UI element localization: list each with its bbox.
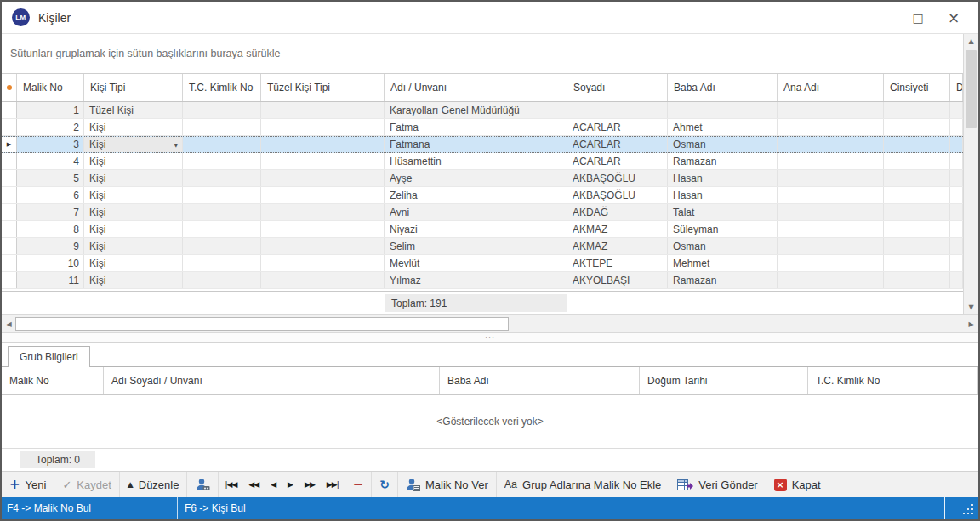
column-header-tuzel-kisi-tipi[interactable]: Tüzel Kişi Tipi: [261, 74, 385, 101]
cell-kisi-tipi[interactable]: Kişi: [84, 272, 183, 288]
table-row[interactable]: 8KişiNiyaziAKMAZSüleyman: [2, 221, 963, 238]
cell-dogum-tarihi[interactable]: [950, 137, 963, 152]
cell-malik-no[interactable]: 6: [17, 187, 84, 203]
detail-column-header-tc-kimlik-no[interactable]: T.C. Kimlik No: [808, 367, 978, 394]
cell-baba-adi[interactable]: Talat: [668, 204, 778, 220]
cell-tuzel-kisi-tipi[interactable]: [261, 119, 385, 135]
nav-prev-button[interactable]: ◀: [265, 472, 282, 497]
cell-dogum-tarihi[interactable]: [950, 255, 963, 271]
cell-malik-no[interactable]: 11: [17, 272, 84, 288]
cell-adi-unvani[interactable]: Zeliha: [385, 187, 567, 203]
cell-malik-no[interactable]: 2: [17, 119, 84, 135]
scroll-left-icon[interactable]: ◀: [2, 315, 16, 332]
table-row[interactable]: 11KişiYılmazAKYOLBAŞIRamazan: [2, 272, 963, 289]
cell-dogum-tarihi[interactable]: [950, 272, 963, 288]
cell-baba-adi[interactable]: Ramazan: [668, 272, 778, 288]
cell-ana-adi[interactable]: [778, 238, 884, 254]
cell-adi-unvani[interactable]: Niyazi: [385, 221, 567, 237]
column-header-tc-kimlik-no[interactable]: T.C. Kimlik No: [183, 74, 261, 101]
cell-tuzel-kisi-tipi[interactable]: [261, 255, 385, 271]
cell-baba-adi[interactable]: Hasan: [668, 187, 778, 203]
malik-no-ver-button[interactable]: Malik No Ver: [398, 472, 497, 497]
nav-first-button[interactable]: |◀◀: [219, 472, 242, 497]
cell-kisi-tipi[interactable]: Kişi: [84, 204, 183, 220]
kapat-button[interactable]: × Kapat: [766, 472, 829, 497]
cell-soyadi[interactable]: AKMAZ: [567, 221, 668, 237]
cell-tc-kimlik-no[interactable]: [183, 102, 261, 118]
cell-ana-adi[interactable]: [778, 187, 884, 203]
cell-adi-unvani[interactable]: Mevlüt: [385, 255, 567, 271]
cell-baba-adi[interactable]: Osman: [668, 137, 778, 152]
cell-tc-kimlik-no[interactable]: [183, 137, 261, 152]
cell-kisi-tipi[interactable]: Kişi▼: [84, 137, 183, 152]
cell-malik-no[interactable]: 8: [17, 221, 84, 237]
detail-column-header-dogum-tarihi[interactable]: Doğum Tarihi: [640, 367, 808, 394]
cell-adi-unvani[interactable]: Avni: [385, 204, 567, 220]
detail-column-header-malik-no[interactable]: Malik No: [2, 367, 104, 394]
cell-tuzel-kisi-tipi[interactable]: [261, 102, 385, 118]
cell-tc-kimlik-no[interactable]: [183, 238, 261, 254]
cell-kisi-tipi[interactable]: Kişi: [84, 238, 183, 254]
cell-dogum-tarihi[interactable]: [950, 204, 963, 220]
cell-malik-no[interactable]: 1: [17, 102, 84, 118]
table-row[interactable]: 2KişiFatmaACARLARAhmet: [2, 119, 963, 136]
cell-adi-unvani[interactable]: Karayolları Genel Müdürlüğü: [385, 102, 567, 118]
cell-ana-adi[interactable]: [778, 137, 884, 152]
cell-adi-unvani[interactable]: Hüsamettin: [385, 153, 567, 169]
cell-soyadi[interactable]: AKDAĞ: [567, 204, 668, 220]
cell-adi-unvani[interactable]: Yılmaz: [385, 272, 567, 288]
chevron-down-icon[interactable]: ▼: [174, 142, 178, 148]
cell-adi-unvani[interactable]: Fatma: [385, 119, 567, 135]
resize-grip[interactable]: [944, 497, 978, 519]
scroll-right-icon[interactable]: ▶: [964, 315, 978, 332]
cell-tuzel-kisi-tipi[interactable]: [261, 221, 385, 237]
cell-cinsiyeti[interactable]: [884, 221, 950, 237]
horizontal-scrollbar[interactable]: ◀ ▶: [2, 314, 978, 333]
cell-ana-adi[interactable]: [778, 170, 884, 186]
cell-soyadi[interactable]: AKTEPE: [567, 255, 668, 271]
cell-ana-adi[interactable]: [778, 255, 884, 271]
cell-soyadi[interactable]: AKMAZ: [567, 238, 668, 254]
column-header-adi-unvani[interactable]: Adı / Unvanı: [385, 74, 567, 101]
cell-ana-adi[interactable]: [778, 221, 884, 237]
cell-tuzel-kisi-tipi[interactable]: [261, 204, 385, 220]
cell-cinsiyeti[interactable]: [884, 170, 950, 186]
cell-baba-adi[interactable]: [668, 102, 778, 118]
cell-malik-no[interactable]: 4: [17, 153, 84, 169]
close-button[interactable]: ×: [936, 5, 971, 31]
cell-soyadi[interactable]: ACARLAR: [567, 153, 668, 169]
cell-malik-no[interactable]: 9: [17, 238, 84, 254]
cell-malik-no[interactable]: 5: [17, 170, 84, 186]
cell-cinsiyeti[interactable]: [884, 204, 950, 220]
cell-tc-kimlik-no[interactable]: [183, 204, 261, 220]
table-row[interactable]: 6KişiZelihaAKBAŞOĞLUHasan: [2, 187, 963, 204]
vertical-scrollbar-thumb[interactable]: [966, 50, 977, 128]
cell-soyadi[interactable]: AKYOLBAŞI: [567, 272, 668, 288]
cell-ana-adi[interactable]: [778, 102, 884, 118]
horizontal-scrollbar-thumb[interactable]: [15, 317, 509, 331]
cell-soyadi[interactable]: ACARLAR: [567, 119, 668, 135]
cell-dogum-tarihi[interactable]: [950, 119, 963, 135]
cell-soyadi[interactable]: ACARLAR: [567, 137, 668, 152]
cell-cinsiyeti[interactable]: [884, 137, 950, 152]
cell-baba-adi[interactable]: Mehmet: [668, 255, 778, 271]
cell-tuzel-kisi-tipi[interactable]: [261, 137, 385, 152]
table-row[interactable]: 10KişiMevlütAKTEPEMehmet: [2, 255, 963, 272]
delete-row-button[interactable]: −: [345, 472, 373, 497]
cell-adi-unvani[interactable]: Ayşe: [385, 170, 567, 186]
cell-tuzel-kisi-tipi[interactable]: [261, 238, 385, 254]
nav-last-button[interactable]: ▶▶|: [321, 472, 345, 497]
nav-next-button[interactable]: ▶: [282, 472, 299, 497]
cell-soyadi[interactable]: AKBAŞOĞLU: [567, 187, 668, 203]
tab-grub-bilgileri[interactable]: Grub Bilgileri: [8, 346, 90, 367]
column-header-malik-no[interactable]: Malik No: [17, 74, 84, 101]
cell-ana-adi[interactable]: [778, 153, 884, 169]
detail-column-header-adi-soyadi-unvani[interactable]: Adı Soyadı / Unvanı: [104, 367, 440, 394]
cell-tuzel-kisi-tipi[interactable]: [261, 170, 385, 186]
cell-kisi-tipi[interactable]: Tüzel Kişi: [84, 102, 183, 118]
cell-baba-adi[interactable]: Osman: [668, 238, 778, 254]
cell-baba-adi[interactable]: Ahmet: [668, 119, 778, 135]
cell-ana-adi[interactable]: [778, 272, 884, 288]
cell-kisi-tipi[interactable]: Kişi: [84, 119, 183, 135]
cell-tc-kimlik-no[interactable]: [183, 119, 261, 135]
